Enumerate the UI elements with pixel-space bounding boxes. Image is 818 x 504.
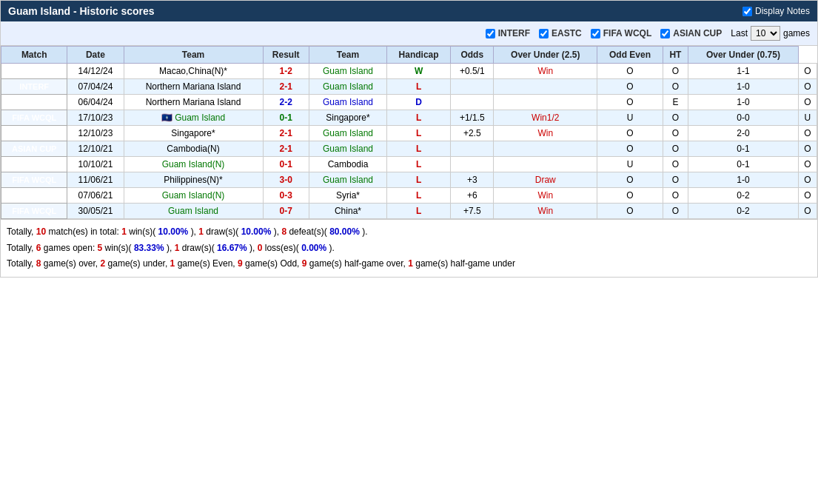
wl-indicator: D bbox=[387, 95, 451, 110]
table-row: INTERF06/04/24Northern Mariana Island2-2… bbox=[1, 95, 817, 110]
filter-eastc-checkbox[interactable] bbox=[539, 29, 549, 38]
filter-asian-cup-checkbox[interactable] bbox=[660, 29, 670, 38]
over-under-25: O bbox=[597, 141, 663, 157]
match-type-badge: ASIAN CUP bbox=[1, 141, 67, 157]
over-under-25: O bbox=[597, 79, 663, 95]
col-ht: HT bbox=[663, 47, 688, 64]
odds: Draw bbox=[494, 172, 597, 188]
footer-l1-mid1: match(es) in total: bbox=[49, 226, 122, 237]
filter-fifa-wcql-label: FIFA WCQL bbox=[603, 28, 652, 38]
team-away: Guam Island bbox=[309, 126, 386, 141]
half-time: 1-0 bbox=[688, 172, 799, 188]
footer-l1-wins: 1 bbox=[121, 226, 127, 237]
filter-fifa-wcql-checkbox[interactable] bbox=[591, 29, 600, 38]
footer-l2-wins: 5 bbox=[98, 243, 103, 253]
odd-even: O bbox=[663, 188, 688, 204]
over-under-075: O bbox=[798, 157, 817, 172]
match-date: 12/10/23 bbox=[67, 126, 124, 141]
half-time: 1-1 bbox=[688, 64, 799, 79]
match-date: 30/05/21 bbox=[67, 204, 124, 219]
filter-asian-cup: ASIAN CUP bbox=[660, 28, 722, 38]
over-under-25: O bbox=[597, 188, 663, 204]
handicap: +1/1.5 bbox=[451, 110, 494, 126]
half-time: 2-0 bbox=[688, 126, 799, 141]
wl-indicator: L bbox=[387, 110, 451, 126]
display-notes-checkbox[interactable] bbox=[742, 7, 752, 16]
over-under-075: O bbox=[798, 126, 817, 141]
over-under-25: O bbox=[597, 95, 663, 110]
footer-l2-mid4: draw(s)( bbox=[182, 243, 215, 253]
over-under-25: O bbox=[597, 204, 663, 219]
match-result: 2-1 bbox=[263, 79, 309, 95]
table-row: ASIAN CUP12/10/21Cambodia(N)2-1Guam Isla… bbox=[1, 141, 817, 157]
table-row: EASTC14/12/24Macao,China(N)*1-2Guam Isla… bbox=[1, 64, 817, 79]
table-row: ASIAN CUP10/10/21Guam Island(N)0-1Cambod… bbox=[1, 157, 817, 172]
footer-l1-draws: 1 bbox=[198, 226, 204, 237]
footer-line2: Totally, 6 games open: 5 win(s)( 83.33% … bbox=[7, 241, 811, 257]
match-date: 14/12/24 bbox=[67, 64, 124, 79]
last-games-filter: Last 10 20 30 games bbox=[731, 26, 810, 41]
footer-l2-open: 6 bbox=[36, 243, 41, 253]
team-away: Syria* bbox=[309, 188, 386, 204]
handicap: +0.5/1 bbox=[451, 64, 494, 79]
col-result: Result bbox=[263, 47, 309, 64]
footer-l1-wins-pct: 10.00% bbox=[158, 226, 189, 237]
footer-l1-mid5: ), bbox=[274, 226, 282, 237]
footer-l1-mid2: win(s)( bbox=[129, 226, 155, 237]
table-row: FIFA WCQL30/05/21Guam Island0-7China*L+7… bbox=[1, 204, 817, 219]
odds bbox=[494, 79, 597, 95]
col-team-away: Team bbox=[309, 47, 386, 64]
filter-interf: INTERF bbox=[486, 28, 530, 38]
over-under-075: O bbox=[798, 141, 817, 157]
odd-even: O bbox=[663, 110, 688, 126]
team-home: Guam Island bbox=[124, 204, 263, 219]
handicap: +2.5 bbox=[451, 126, 494, 141]
team-home: Singapore* bbox=[124, 126, 263, 141]
wl-indicator: L bbox=[387, 204, 451, 219]
footer-l3-mid6: game(s) half-game under bbox=[415, 258, 515, 269]
games-label: games bbox=[783, 28, 810, 38]
odd-even: O bbox=[663, 79, 688, 95]
half-time: 0-1 bbox=[688, 141, 799, 157]
footer-l3-even: 1 bbox=[170, 258, 175, 269]
wl-indicator: L bbox=[387, 79, 451, 95]
match-type-badge: FIFA WCQL bbox=[1, 110, 67, 126]
footer-l3-under: 2 bbox=[101, 258, 106, 269]
match-date: 10/10/21 bbox=[67, 157, 124, 172]
filter-interf-checkbox[interactable] bbox=[486, 29, 495, 38]
over-under-25: O bbox=[597, 126, 663, 141]
col-odd-even: Odd Even bbox=[597, 47, 663, 64]
footer-l3-mid2: game(s) under, bbox=[108, 258, 170, 269]
filter-eastc-label: EASTC bbox=[552, 28, 582, 38]
team-home: Guam Island(N) bbox=[124, 188, 263, 204]
match-type-badge: FIFA WCQL bbox=[1, 126, 67, 141]
col-odds: Odds bbox=[451, 47, 494, 64]
team-away: Singapore* bbox=[309, 110, 386, 126]
wl-indicator: L bbox=[387, 141, 451, 157]
over-under-075: O bbox=[798, 172, 817, 188]
odd-even: O bbox=[663, 141, 688, 157]
match-result: 2-1 bbox=[263, 141, 309, 157]
page-header: Guam Island - Historic scores Display No… bbox=[1, 1, 817, 21]
match-result: 1-2 bbox=[263, 64, 309, 79]
match-result: 0-7 bbox=[263, 204, 309, 219]
over-under-25: U bbox=[597, 110, 663, 126]
table-row: FIFA WCQL07/06/21Guam Island(N)0-3Syria*… bbox=[1, 188, 817, 204]
team-away: Guam Island bbox=[309, 64, 386, 79]
col-handicap: Handicap bbox=[387, 47, 451, 64]
match-type-badge: INTERF bbox=[1, 95, 67, 110]
filter-fifa-wcql: FIFA WCQL bbox=[591, 28, 652, 38]
last-games-select[interactable]: 10 20 30 bbox=[751, 26, 780, 41]
handicap bbox=[451, 157, 494, 172]
wl-indicator: L bbox=[387, 188, 451, 204]
filter-interf-label: INTERF bbox=[498, 28, 530, 38]
footer-l3-hg-over: 9 bbox=[302, 258, 307, 269]
footer-l1-mid6: defeat(s)( bbox=[289, 226, 326, 237]
footer-l2-draws-pct: 16.67% bbox=[217, 243, 247, 253]
over-under-25: O bbox=[597, 64, 663, 79]
footer-l3-pre: Totally, bbox=[7, 258, 36, 269]
match-result: 0-3 bbox=[263, 188, 309, 204]
handicap bbox=[451, 95, 494, 110]
footer-l2-mid1: games open: bbox=[44, 243, 98, 253]
team-away: Guam Island bbox=[309, 172, 386, 188]
